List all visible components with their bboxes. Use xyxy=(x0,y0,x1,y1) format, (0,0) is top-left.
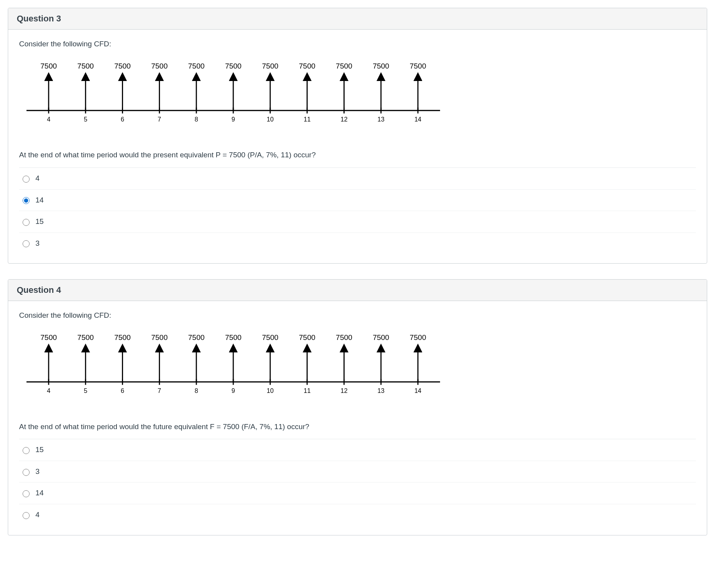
question-title: Question 3 xyxy=(8,8,707,30)
question-prompt: Consider the following CFD: xyxy=(19,39,696,49)
cfd-period-label: 5 xyxy=(84,116,87,123)
cfd-period-label: 11 xyxy=(304,116,311,123)
cfd-amount-label: 7500 xyxy=(373,333,389,342)
answer-options: 414153 xyxy=(19,167,696,254)
cfd-diagram: 7500475005750067500775008750097500107500… xyxy=(19,59,447,136)
cfd-period-label: 9 xyxy=(232,116,235,123)
cfd-amount-label: 7500 xyxy=(299,333,315,342)
question-card: Question 4Consider the following CFD:750… xyxy=(8,279,707,535)
cfd-amount-label: 7500 xyxy=(114,333,130,342)
question-prompt: Consider the following CFD: xyxy=(19,310,696,321)
question-card: Question 3Consider the following CFD:750… xyxy=(8,8,707,264)
cfd-period-label: 12 xyxy=(341,387,348,394)
cfd-period-label: 7 xyxy=(158,387,161,394)
answer-radio[interactable] xyxy=(23,240,30,247)
answer-label: 14 xyxy=(35,488,44,498)
cfd-period-label: 14 xyxy=(414,116,421,123)
cfd-amount-label: 7500 xyxy=(188,333,204,342)
question-body: Consider the following CFD:7500475005750… xyxy=(8,30,707,263)
cfd-amount-label: 7500 xyxy=(77,62,94,70)
answer-label: 15 xyxy=(35,445,44,455)
cfd-amount-label: 7500 xyxy=(410,62,426,70)
cfd-period-label: 8 xyxy=(195,387,198,394)
answer-label: 14 xyxy=(35,195,44,206)
cfd-period-label: 14 xyxy=(414,387,421,394)
cfd-period-label: 10 xyxy=(267,116,274,123)
answer-radio[interactable] xyxy=(23,490,30,497)
answer-radio[interactable] xyxy=(23,512,30,519)
answer-label: 3 xyxy=(35,467,40,477)
answer-label: 4 xyxy=(35,173,40,184)
cfd-figure: 7500475005750067500775008750097500107500… xyxy=(19,59,696,139)
answer-option[interactable]: 15 xyxy=(19,439,696,461)
cfd-amount-label: 7500 xyxy=(41,333,57,342)
cfd-amount-label: 7500 xyxy=(225,333,241,342)
cfd-amount-label: 7500 xyxy=(336,333,352,342)
cfd-period-label: 13 xyxy=(377,116,384,123)
cfd-amount-label: 7500 xyxy=(299,62,315,70)
cfd-period-label: 6 xyxy=(121,387,124,394)
cfd-diagram: 7500475005750067500775008750097500107500… xyxy=(19,330,447,408)
cfd-amount-label: 7500 xyxy=(225,62,241,70)
cfd-period-label: 10 xyxy=(267,387,274,394)
cfd-period-label: 4 xyxy=(47,387,50,394)
cfd-period-label: 11 xyxy=(304,387,311,394)
cfd-period-label: 5 xyxy=(84,387,87,394)
question-body: Consider the following CFD:7500475005750… xyxy=(8,301,707,535)
cfd-amount-label: 7500 xyxy=(262,62,278,70)
answer-option[interactable]: 3 xyxy=(19,233,696,254)
cfd-amount-label: 7500 xyxy=(151,62,167,70)
answer-radio[interactable] xyxy=(23,469,30,476)
cfd-amount-label: 7500 xyxy=(151,333,167,342)
answer-options: 153144 xyxy=(19,439,696,525)
answer-radio[interactable] xyxy=(23,197,30,204)
answer-label: 3 xyxy=(35,238,40,249)
cfd-amount-label: 7500 xyxy=(336,62,352,70)
cfd-period-label: 12 xyxy=(341,116,348,123)
answer-option[interactable]: 14 xyxy=(19,190,696,211)
answer-label: 15 xyxy=(35,217,44,227)
answer-option[interactable]: 4 xyxy=(19,504,696,526)
cfd-period-label: 6 xyxy=(121,116,124,123)
question-title: Question 4 xyxy=(8,280,707,301)
cfd-amount-label: 7500 xyxy=(188,62,204,70)
cfd-figure: 7500475005750067500775008750097500107500… xyxy=(19,330,696,411)
cfd-amount-label: 7500 xyxy=(77,333,94,342)
answer-label: 4 xyxy=(35,510,40,520)
answer-radio[interactable] xyxy=(23,219,30,226)
cfd-amount-label: 7500 xyxy=(41,62,57,70)
cfd-period-label: 7 xyxy=(158,116,161,123)
cfd-period-label: 13 xyxy=(377,387,384,394)
question-followup: At the end of what time period would the… xyxy=(19,150,696,160)
cfd-amount-label: 7500 xyxy=(410,333,426,342)
cfd-period-label: 8 xyxy=(195,116,198,123)
cfd-period-label: 4 xyxy=(47,116,50,123)
cfd-period-label: 9 xyxy=(232,387,235,394)
answer-option[interactable]: 3 xyxy=(19,461,696,483)
answer-option[interactable]: 4 xyxy=(19,168,696,190)
cfd-amount-label: 7500 xyxy=(373,62,389,70)
question-followup: At the end of what time period would the… xyxy=(19,422,696,432)
cfd-amount-label: 7500 xyxy=(262,333,278,342)
cfd-amount-label: 7500 xyxy=(114,62,130,70)
answer-option[interactable]: 14 xyxy=(19,482,696,504)
answer-radio[interactable] xyxy=(23,447,30,454)
answer-option[interactable]: 15 xyxy=(19,211,696,233)
answer-radio[interactable] xyxy=(23,176,30,183)
